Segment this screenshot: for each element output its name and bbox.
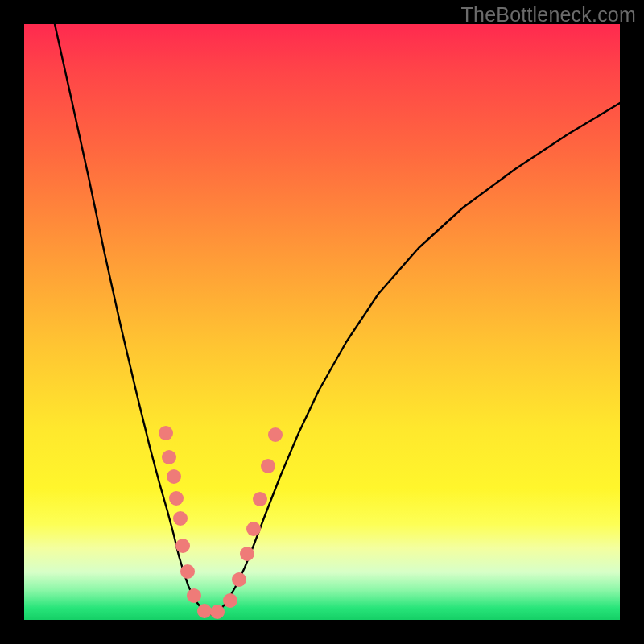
highlight-dot: [167, 469, 181, 484]
plot-svg: [24, 24, 620, 620]
highlight-dots: [159, 426, 283, 619]
highlight-dot: [173, 511, 188, 526]
bottleneck-curve: [55, 24, 620, 616]
highlight-dot: [180, 564, 195, 579]
chart-area: [24, 24, 620, 620]
highlight-dot: [240, 547, 254, 561]
highlight-dot: [159, 426, 173, 440]
highlight-dot: [210, 605, 225, 619]
highlight-dot: [261, 459, 275, 473]
highlight-dot: [162, 450, 176, 464]
highlight-dot: [246, 522, 261, 536]
curve-right-branch: [214, 103, 620, 616]
watermark-text: TheBottleneck.com: [461, 3, 636, 27]
highlight-dot: [187, 588, 201, 603]
highlight-dot: [197, 604, 212, 618]
highlight-dot: [268, 427, 283, 442]
highlight-dot: [232, 572, 246, 587]
curve-left-branch: [55, 24, 214, 616]
highlight-dot: [175, 539, 190, 553]
highlight-dot: [223, 593, 237, 608]
highlight-dot: [253, 492, 267, 506]
highlight-dot: [169, 491, 184, 506]
